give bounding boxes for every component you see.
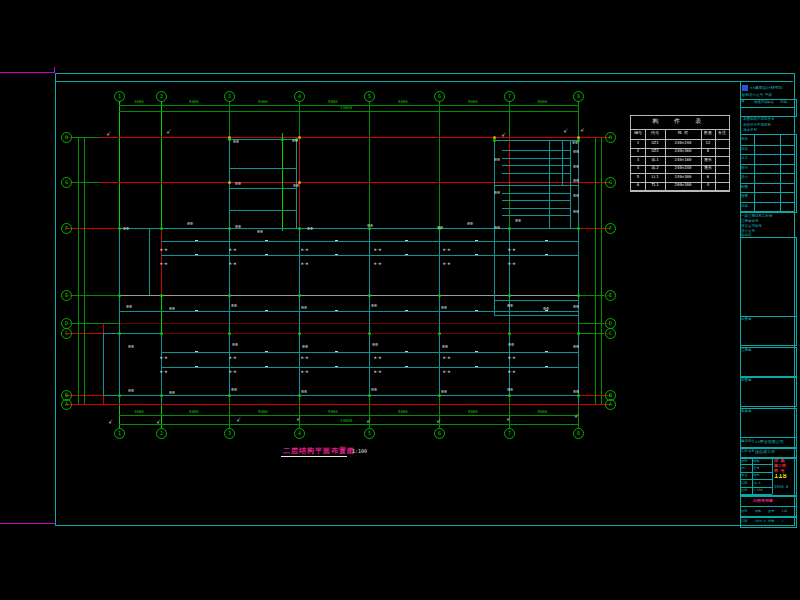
rebar-tag-cluster: ⊕⊕: [187, 221, 193, 226]
rebar-tag-cluster: ⊕⊕: [494, 225, 500, 230]
rebar-tag-cluster: ⊕⊕: [441, 389, 447, 394]
axis-bubble: G: [61, 177, 72, 188]
beam-text-mark: [405, 351, 408, 352]
info-value: 1:100: [753, 488, 771, 493]
beam-text-mark: [545, 254, 548, 255]
beam-tag-pair: ⊕-⊕: [374, 261, 381, 266]
revision-header-cell: 修改内容: [754, 100, 767, 105]
signature-label: 审定: [741, 137, 754, 142]
legend-cell: GZ1: [645, 140, 665, 148]
tb-line: [772, 457, 773, 494]
rebar-tag-cluster: ⊕⊕: [302, 344, 308, 349]
column-dot-yellow: [228, 136, 231, 139]
column-dot: [228, 394, 231, 397]
rebar-tag-cluster: ⊕⊕: [128, 388, 134, 393]
project-label: 建设单位: [741, 439, 754, 444]
leader-tag-diagonal: ⊕—: [579, 126, 586, 133]
beam-text-mark: [195, 254, 198, 255]
dimension-text: 5000: [538, 410, 548, 414]
legend-cell: [715, 174, 729, 182]
info-value: 结构: [753, 473, 771, 478]
rebar-tag-cluster: ⊕⊕: [231, 303, 237, 308]
column-dot: [368, 332, 371, 335]
beam-line: [229, 168, 296, 169]
column-dot: [438, 332, 441, 335]
axis-bubble: E: [61, 290, 72, 301]
column-dot: [508, 332, 511, 335]
beam-text-mark: [545, 366, 548, 367]
axis-line-red: [66, 323, 610, 324]
axis-bubble: 1: [114, 428, 125, 439]
beam-text-mark: [195, 310, 198, 311]
beam-tag-pair: ⊕-⊕: [443, 355, 450, 360]
titleblock-note: 违者必究: [743, 128, 793, 133]
beam-tag-pair: ⊕-⊕: [301, 261, 308, 266]
leader-tag-diagonal: ⊕—: [295, 415, 302, 422]
legend-cell: 2: [631, 148, 645, 156]
dimension-text: 5000: [468, 100, 478, 104]
beam-line: [369, 228, 370, 395]
rebar-tag-cluster: ⊕⊕: [371, 387, 377, 392]
legend-cell: GZ2: [645, 148, 665, 156]
stamp-area-box: [740, 237, 797, 317]
rebar-tag-cluster: ⊕⊕: [572, 140, 578, 145]
legend-cell: 8: [701, 148, 715, 156]
dimension-text: 5000: [189, 410, 199, 414]
beam-text-mark: [475, 351, 478, 352]
column-dot: [160, 332, 163, 335]
rebar-tag-cluster: ⊕⊕: [235, 181, 241, 186]
leader-tag-diagonal: ⊕—: [105, 130, 112, 137]
axis-bubble: E: [605, 290, 616, 301]
info-label: 设计: [741, 466, 752, 471]
axis-bubble: 8: [573, 428, 584, 439]
axis-bubble: F: [605, 223, 616, 234]
dimension-line: [595, 137, 596, 404]
rebar-tag-cluster: ⊕⊕: [367, 223, 373, 228]
column-dot: [160, 227, 163, 230]
drawing-title-underline: [281, 456, 347, 457]
legend-cell: 通长: [701, 157, 715, 165]
axis-bubble: 2: [156, 91, 167, 102]
beam-line: [502, 165, 570, 166]
rebar-tag-cluster: ⊕⊕: [467, 221, 473, 226]
column-dot: [368, 394, 371, 397]
beam-text-mark: [265, 254, 268, 255]
stamp-box-label: 注册章: [741, 348, 771, 353]
column-dot: [508, 227, 511, 230]
cad-viewport[interactable]: 1122334455667788AABBCCDDEEFFGGHH30005000…: [0, 0, 800, 600]
dimension-text: 3000: [134, 410, 144, 414]
column-dot: [118, 394, 121, 397]
rebar-tag-cluster: ⊕⊕: [508, 342, 514, 347]
axis-line-green: [282, 133, 283, 231]
beam-line: [502, 173, 570, 174]
beam-line: [578, 228, 579, 404]
legend-header: 规 格: [665, 130, 701, 138]
dimension-text: 5000: [328, 410, 338, 414]
beam-text-mark: [475, 240, 478, 241]
legend-cell: 240×240: [665, 165, 701, 173]
axis-bubble: 6: [434, 91, 445, 102]
rebar-tag-cluster: ⊕⊕: [515, 218, 521, 223]
beam-tag-pair: ⊕-⊕: [508, 261, 515, 266]
beam-line: [119, 333, 120, 395]
column-dot: [228, 294, 231, 297]
column-dot: [577, 394, 580, 397]
column-dot: [577, 294, 580, 297]
column-dot: [493, 139, 496, 142]
beam-tag-pair: ⊕-⊕: [301, 247, 308, 252]
drawing-title: 二层结构平面布置图: [283, 446, 355, 456]
rebar-tag-cluster: ⊕⊕: [573, 389, 579, 394]
beam-tag-pair: ⊕-⊕: [374, 247, 381, 252]
column-dot: [298, 227, 301, 230]
legend-cell: 6: [701, 174, 715, 182]
info-label: 日期: [741, 481, 752, 486]
dimension-text: 5000: [328, 100, 338, 104]
beam-tag-pair: ⊕-⊕: [160, 247, 167, 252]
company-logo-icon: [742, 85, 748, 91]
column-dot: [438, 294, 441, 297]
dimension-text: 5000: [189, 100, 199, 104]
project-value: ××置业有限公司: [755, 439, 794, 444]
beam-tag-pair: ⊕-⊕: [374, 355, 381, 360]
beam-text-mark: [265, 310, 268, 311]
dimension-text: 5000: [258, 100, 268, 104]
